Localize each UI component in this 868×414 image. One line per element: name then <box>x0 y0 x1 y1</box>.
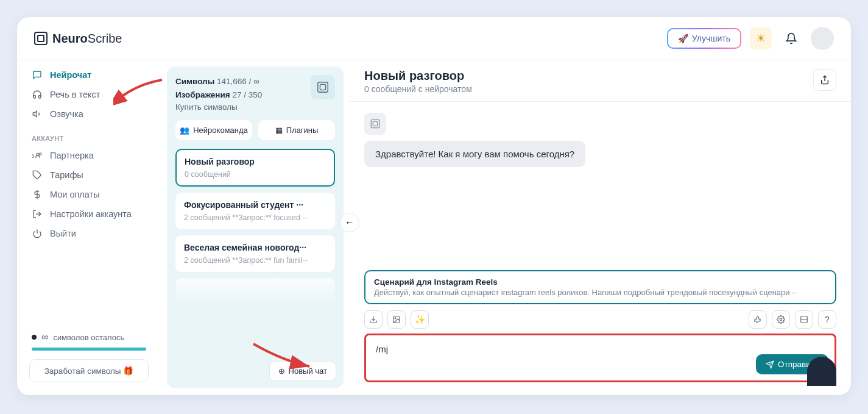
grid-icon: ▦ <box>275 126 283 135</box>
download-icon <box>369 315 378 324</box>
avatar[interactable] <box>811 27 834 50</box>
prompt-template[interactable]: Сценарий для Instagram Reels Действуй, к… <box>364 270 836 304</box>
settings-button[interactable] <box>772 310 790 329</box>
share-icon <box>820 75 830 85</box>
wand-icon: ✨ <box>415 315 425 324</box>
sidebar-item-voice[interactable]: Озвучка <box>23 104 155 124</box>
assistant-icon <box>364 113 386 135</box>
power-icon <box>32 229 43 238</box>
sidebar-item-settings[interactable]: Настройки аккаунта <box>23 204 155 224</box>
magic-button[interactable]: ✨ <box>411 310 429 329</box>
sidebar-item-logout[interactable]: Выйти <box>23 224 155 243</box>
bell-icon <box>785 32 797 45</box>
team-icon: 👥 <box>180 126 189 135</box>
buy-symbols-link[interactable]: Купить символы <box>175 102 262 112</box>
model-icon[interactable] <box>311 75 335 99</box>
improve-button[interactable]: 🚀 Улучшить <box>667 28 741 49</box>
puzzle-icon <box>753 315 762 324</box>
headphones-icon <box>32 90 43 99</box>
collapse-button[interactable]: ← <box>340 213 359 232</box>
question-icon: ? <box>825 315 830 324</box>
notifications-button[interactable] <box>780 27 802 49</box>
message-input-area: Отправить <box>364 334 836 382</box>
svg-rect-11 <box>373 121 378 126</box>
send-icon <box>766 360 774 369</box>
svg-point-14 <box>395 318 396 319</box>
chat-card[interactable]: Фокусированный студент ··· 2 сообщений *… <box>175 193 335 229</box>
sidebar-item-payments[interactable]: Мои оплаты <box>23 185 155 204</box>
svg-rect-8 <box>320 84 325 90</box>
svg-point-2 <box>40 153 41 155</box>
sidebar-item-neurochat[interactable]: Нейрочат <box>23 65 155 85</box>
section-account-title: АККАУНТ <box>23 124 155 146</box>
gear-icon <box>777 315 785 324</box>
sidebar: Нейрочат Речь в текст Озвучка АККАУНТ › … <box>17 60 161 394</box>
plugin-button[interactable] <box>749 310 767 329</box>
rocket-icon: 🚀 <box>678 34 688 43</box>
image-button[interactable] <box>387 310 406 329</box>
sidebar-item-partner[interactable]: › Партнерка <box>23 146 155 165</box>
plus-icon: ⊕ <box>278 366 285 376</box>
attach-button[interactable] <box>364 310 383 329</box>
arrow-left-icon: ← <box>345 217 355 228</box>
symbols-remaining: ∞ символов осталось <box>23 332 155 343</box>
logo[interactable]: NeuroScribe <box>34 32 122 46</box>
logout-icon <box>32 209 43 219</box>
message-input[interactable] <box>376 344 825 354</box>
svg-marker-0 <box>33 111 37 116</box>
share-button[interactable] <box>813 69 836 91</box>
layout-icon <box>800 315 808 324</box>
sidebar-item-tariffs[interactable]: Тарифы <box>23 165 155 185</box>
chat-card[interactable]: Новый разговор 0 сообщений <box>175 149 335 187</box>
assistant-message: Здравствуйте! Как я могу вам помочь сего… <box>364 141 585 167</box>
logo-icon <box>34 32 48 45</box>
dollar-icon <box>32 190 43 199</box>
help-button[interactable]: ? <box>818 310 836 329</box>
chat-card[interactable] <box>175 278 335 302</box>
messages-area: Здравствуйте! Как я могу вам помочь сего… <box>350 102 851 263</box>
chat-subtitle: 0 сообщений с нейрочатом <box>364 84 472 94</box>
chat-list-panel: Символы 141,666 / ∞ Изображения 27 / 350… <box>167 66 344 388</box>
sun-icon: ☀ <box>756 32 766 45</box>
chat-icon <box>32 70 43 80</box>
progress-bar <box>32 348 146 351</box>
chat-card[interactable]: Веселая семейная новогод··· 2 сообщений … <box>175 235 335 272</box>
tag-icon <box>32 170 43 180</box>
speaker-icon <box>32 109 43 119</box>
chat-title: Новый разговор <box>364 69 472 83</box>
earn-symbols-button[interactable]: Заработай символы 🎁 <box>29 359 149 382</box>
theme-toggle[interactable]: ☀ <box>750 27 772 49</box>
tab-neuroteam[interactable]: 👥 Нейрокоманда <box>175 120 252 140</box>
header: NeuroScribe 🚀 Улучшить ☀ <box>17 17 851 60</box>
floating-widget[interactable] <box>807 357 836 386</box>
chat-main: ← Новый разговор 0 сообщений с нейрочато… <box>350 60 851 394</box>
image-icon <box>392 315 401 324</box>
svg-rect-10 <box>371 120 379 128</box>
infinity-icon: ∞ <box>41 332 48 343</box>
tab-plugins[interactable]: ▦ Плагины <box>258 120 335 140</box>
new-chat-button[interactable]: ⊕ Новый чат <box>269 361 336 381</box>
users-icon: › <box>32 151 43 160</box>
svg-point-15 <box>780 318 782 321</box>
svg-rect-7 <box>318 82 328 93</box>
sidebar-item-speech[interactable]: Речь в текст <box>23 85 155 104</box>
layout-button[interactable] <box>795 310 813 329</box>
